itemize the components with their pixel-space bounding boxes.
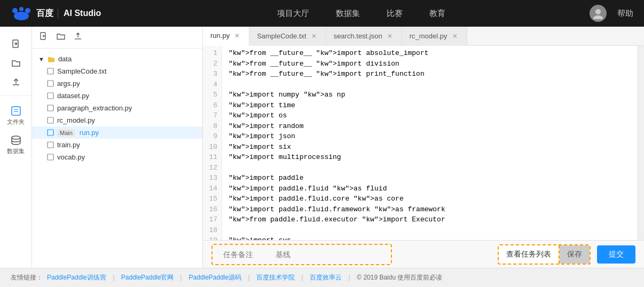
task-input-group: [211, 244, 392, 265]
svg-point-0: [12, 8, 18, 13]
avatar[interactable]: [590, 5, 607, 22]
code-line: "kw">from __future__ "kw">import divisio…: [229, 59, 631, 69]
tab-run-py-close[interactable]: ✕: [233, 31, 241, 40]
file-rcmodel-label: rc_model.py: [57, 116, 95, 124]
code-editor: 123456789101112131415161718192021222324 …: [203, 46, 644, 240]
topnav-links: 项目大厅 数据集 比赛 教育: [133, 9, 590, 19]
logo: 百度 AI Studio: [11, 6, 101, 20]
footer-copyright: © 2019 Baidu 使用百度前必读: [357, 273, 442, 282]
tab-rcmodel-label: rc_model.py: [410, 32, 447, 40]
save-button[interactable]: 保存: [560, 245, 590, 264]
file-rcmodel[interactable]: rc_model.py: [32, 114, 202, 126]
view-tasks-button[interactable]: 查看任务列表: [499, 245, 560, 264]
new-file-icon[interactable]: [38, 31, 49, 44]
footer-link-2[interactable]: PaddlePaddle官网: [121, 273, 174, 282]
footer-link-1[interactable]: PaddlePaddle训练营: [47, 273, 106, 282]
sidebar-item-datasets[interactable]: 数据集: [5, 131, 27, 158]
sidebar: 文件夹 数据集: [0, 27, 32, 268]
file-samplecode[interactable]: SampleCode.txt: [32, 65, 202, 77]
code-line: "kw">from paddle.fluid.executor "kw">imp…: [229, 214, 631, 225]
new-folder-button[interactable]: [5, 53, 27, 73]
code-container[interactable]: 123456789101112131415161718192021222324 …: [203, 46, 644, 240]
tab-run-py-label: run.py: [210, 31, 230, 39]
file-paragraph[interactable]: paragraph_extraction.py: [32, 102, 202, 114]
code-line: [229, 163, 631, 173]
sidebar-datasets-label: 数据集: [7, 147, 25, 155]
file-args[interactable]: args.py: [32, 77, 202, 90]
code-line: [229, 79, 631, 90]
file-samplecode-label: SampleCode.txt: [57, 67, 107, 75]
footer: 友情链接： PaddlePaddle训练营 ｜ PaddlePaddle官网 ｜…: [0, 268, 644, 287]
code-line: "kw">import time: [229, 100, 631, 111]
sidebar-top-icons: [0, 31, 32, 95]
svg-point-4: [595, 9, 601, 14]
svg-point-12: [12, 136, 20, 139]
tab-searchtest-close[interactable]: ✕: [386, 32, 394, 41]
file-run-label: run.py: [80, 129, 99, 137]
footer-link-4[interactable]: 百度技术学院: [256, 273, 295, 282]
submit-button[interactable]: 提交: [597, 245, 635, 264]
svg-point-5: [593, 15, 603, 19]
svg-rect-9: [12, 107, 20, 115]
baseline-input[interactable]: [269, 247, 387, 262]
svg-rect-20: [48, 117, 53, 123]
folder-chevron-icon: ▼: [38, 56, 44, 62]
tab-samplecode-close[interactable]: ✕: [310, 32, 318, 41]
nav-datasets[interactable]: 数据集: [336, 9, 360, 19]
footer-link-3[interactable]: PaddlePaddle源码: [189, 273, 241, 282]
code-lines[interactable]: "kw">from __future__ "kw">import absolut…: [222, 46, 638, 240]
file-vocab-label: vocab.py: [57, 153, 85, 161]
line-numbers: 123456789101112131415161718192021222324: [203, 46, 222, 240]
file-train-label: train.py: [57, 141, 80, 149]
svg-rect-23: [48, 154, 53, 160]
upload-icon[interactable]: [73, 31, 83, 44]
file-train[interactable]: train.py: [32, 139, 202, 151]
scrollbar-vertical[interactable]: [638, 46, 644, 240]
upload-button[interactable]: [5, 73, 27, 92]
svg-rect-16: [48, 68, 53, 74]
tab-searchtest[interactable]: search.test.json ✕: [326, 27, 402, 46]
topnav-right: 帮助: [590, 5, 633, 22]
footer-link-5[interactable]: 百度效率云: [310, 273, 342, 282]
tab-samplecode[interactable]: SampleCode.txt ✕: [249, 27, 326, 46]
topnav: 百度 AI Studio 项目大厅 数据集 比赛 教育 帮助: [0, 0, 644, 27]
file-dataset-label: dataset.py: [57, 92, 89, 100]
new-folder-icon[interactable]: [56, 31, 66, 44]
file-paragraph-label: paragraph_extraction.py: [57, 104, 132, 112]
file-run[interactable]: Main run.py: [32, 126, 202, 139]
sidebar-item-files[interactable]: 文件夹: [5, 102, 27, 129]
nav-projects[interactable]: 项目大厅: [277, 9, 309, 19]
code-line: "kw">import numpy "kw">as np: [229, 90, 631, 100]
svg-rect-17: [48, 81, 53, 86]
code-line: "kw">import paddle: [229, 173, 631, 184]
task-note-input[interactable]: [217, 247, 265, 262]
file-main-badge: Main: [57, 129, 75, 137]
new-file-button[interactable]: [5, 34, 27, 53]
code-line: [229, 225, 631, 236]
svg-point-3: [14, 12, 29, 20]
tab-run-py[interactable]: run.py ✕: [203, 27, 249, 46]
code-line: "kw">from __future__ "kw">import print_f…: [229, 69, 631, 79]
code-line: "kw">import paddle.fluid.framework "kw">…: [229, 204, 631, 215]
file-tree: ▼ data SampleCode.txt args.py dataset.py…: [32, 49, 202, 268]
svg-point-2: [25, 8, 30, 13]
tab-rcmodel-close[interactable]: ✕: [451, 32, 459, 41]
file-vocab[interactable]: vocab.py: [32, 151, 202, 163]
svg-point-1: [19, 7, 23, 11]
logo-text: 百度: [36, 8, 53, 19]
folder-data[interactable]: ▼ data: [32, 53, 202, 65]
nav-education[interactable]: 教育: [429, 9, 445, 19]
sidebar-main-icons: 文件夹 数据集: [5, 98, 27, 163]
file-dataset[interactable]: dataset.py: [32, 90, 202, 102]
svg-rect-22: [48, 142, 53, 148]
tab-searchtest-label: search.test.json: [334, 32, 382, 40]
code-line: "kw">import os: [229, 110, 631, 121]
action-bar: 查看任务列表 保存 提交: [203, 240, 644, 268]
help-link[interactable]: 帮助: [617, 9, 633, 19]
file-args-label: args.py: [57, 79, 80, 87]
nav-competition[interactable]: 比赛: [387, 9, 403, 19]
svg-rect-19: [48, 105, 53, 111]
footer-prefix: 友情链接：: [11, 273, 43, 282]
code-line: "kw">import six: [229, 142, 631, 153]
tab-rcmodel[interactable]: rc_model.py ✕: [402, 27, 467, 46]
